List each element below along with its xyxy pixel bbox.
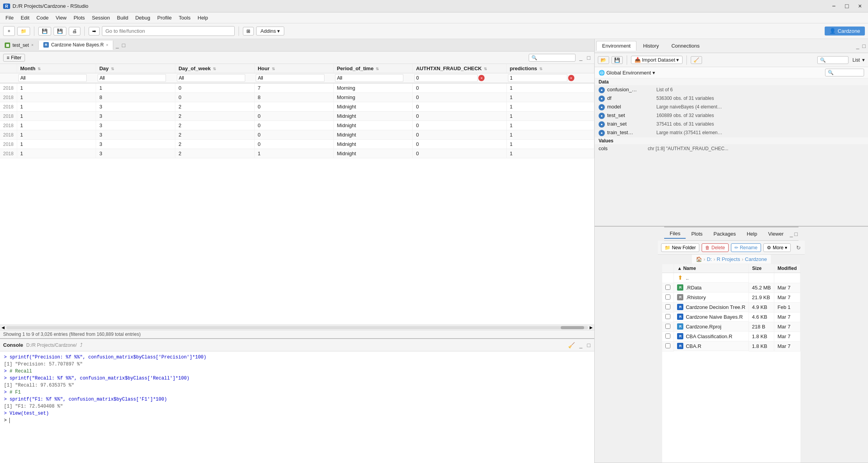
- maximize-left-btn[interactable]: □: [121, 41, 126, 49]
- menu-help[interactable]: Help: [194, 14, 211, 21]
- file-name-cell[interactable]: RCBA.R: [674, 341, 749, 351]
- breadcrumb-rprojects[interactable]: R Projects: [717, 256, 740, 262]
- file-name-cell[interactable]: RCardzone Naive Bayes.R: [674, 312, 749, 322]
- env-item-name[interactable]: train_set: [607, 121, 654, 127]
- delete-btn[interactable]: 🗑 Delete: [702, 243, 729, 252]
- close-btn[interactable]: ×: [855, 3, 865, 10]
- new-folder-btn[interactable]: 📁 New Folder: [661, 243, 699, 252]
- col-header-day[interactable]: Day ⇅: [96, 64, 175, 73]
- col-header-auth-fraud[interactable]: AUTHTXN_FRAUD_CHECK ⇅: [413, 64, 506, 73]
- minimize-left-btn[interactable]: _: [115, 41, 119, 49]
- col-header-day-of-week[interactable]: Day_of_week ⇅: [175, 64, 255, 73]
- scroll-left-btn[interactable]: ◀: [2, 325, 5, 330]
- file-checkbox[interactable]: [665, 294, 670, 300]
- tab-files[interactable]: Files: [664, 229, 686, 239]
- env-item-name[interactable]: train_test…: [607, 129, 654, 135]
- filter-auth-clear-btn[interactable]: ×: [478, 75, 485, 81]
- col-header-period[interactable]: Period_of_time ⇅: [333, 64, 413, 73]
- menu-file[interactable]: File: [2, 14, 17, 21]
- maximize-console-btn[interactable]: □: [586, 341, 591, 349]
- col-file-modified[interactable]: Modified: [774, 264, 800, 273]
- forward-btn[interactable]: ➡: [89, 27, 100, 35]
- maximize-table-btn[interactable]: □: [586, 54, 591, 62]
- global-env-label[interactable]: 🌐 Global Environment ▾: [599, 70, 655, 76]
- save-all-btn[interactable]: 💾: [53, 27, 66, 35]
- goto-input[interactable]: [102, 26, 235, 36]
- filter-hour-input[interactable]: [256, 74, 324, 82]
- menu-tools[interactable]: Tools: [176, 14, 194, 21]
- file-name-cell[interactable]: RCBA Classification.R: [674, 332, 749, 341]
- env-search-input[interactable]: [817, 56, 848, 64]
- minimize-console-btn[interactable]: _: [579, 341, 583, 349]
- menu-build[interactable]: Build: [114, 14, 132, 21]
- tab-test-set-close[interactable]: ×: [31, 43, 34, 47]
- filter-day-input[interactable]: [98, 74, 166, 82]
- col-header-hour[interactable]: Hour ⇅: [254, 64, 333, 73]
- col-file-name[interactable]: ▲ Name: [674, 264, 749, 273]
- file-checkbox[interactable]: [665, 314, 670, 319]
- env-item-name[interactable]: test_set: [607, 112, 654, 118]
- table-search-input[interactable]: [529, 54, 576, 62]
- col-header-month[interactable]: Month ⇅: [17, 64, 96, 73]
- console-body[interactable]: > sprintf("Precision: %f %%", confusion_…: [0, 351, 594, 463]
- file-checkbox[interactable]: [665, 304, 670, 309]
- tab-cardzone-naive[interactable]: R Cardzone Naive Bayes.R ×: [39, 41, 114, 50]
- tab-cardzone-naive-close[interactable]: ×: [106, 43, 109, 47]
- env-item-name[interactable]: confusion_…: [607, 87, 654, 92]
- col-header-predictions[interactable]: predictions ⇅: [506, 64, 594, 73]
- file-checkbox[interactable]: [665, 285, 670, 290]
- breadcrumb-d[interactable]: D:: [707, 256, 712, 262]
- menu-profile[interactable]: Profile: [154, 14, 175, 21]
- minimize-files-btn[interactable]: _: [789, 230, 794, 238]
- file-name-cell[interactable]: RCardzone Decision Tree.R: [674, 302, 749, 312]
- menu-edit[interactable]: Edit: [18, 14, 32, 21]
- new-file-btn[interactable]: ＋: [3, 26, 15, 36]
- filter-month-input[interactable]: [18, 74, 87, 82]
- menu-debug[interactable]: Debug: [132, 14, 153, 21]
- save-btn[interactable]: 💾: [38, 27, 51, 35]
- env-open-btn[interactable]: 📂: [598, 56, 609, 64]
- file-checkbox[interactable]: [665, 324, 670, 329]
- rename-btn[interactable]: ✏ Rename: [731, 243, 761, 252]
- maximize-btn[interactable]: □: [842, 3, 852, 10]
- menu-plots[interactable]: Plots: [70, 14, 88, 21]
- env-save-btn[interactable]: 💾: [611, 56, 623, 64]
- env-item-name[interactable]: df: [607, 95, 654, 101]
- menu-view[interactable]: View: [52, 14, 70, 21]
- maximize-env-btn[interactable]: □: [862, 42, 866, 50]
- minimize-env-btn[interactable]: _: [856, 42, 860, 50]
- addins-dropdown[interactable]: Addins ▾: [256, 27, 284, 35]
- print-btn[interactable]: 🖨: [69, 27, 80, 35]
- tab-test-set[interactable]: ▦ test_set ×: [0, 41, 39, 50]
- maximize-files-btn[interactable]: □: [794, 230, 798, 238]
- clear-console-btn[interactable]: 🧹: [567, 341, 576, 349]
- filter-predictions-input[interactable]: [508, 74, 567, 82]
- breadcrumb-cardzone[interactable]: Cardzone: [745, 256, 767, 262]
- file-name-cell[interactable]: R.RData: [674, 283, 749, 293]
- import-dataset-btn[interactable]: 📥 Import Dataset ▾: [631, 56, 683, 64]
- file-checkbox[interactable]: [665, 334, 670, 339]
- env-inline-search[interactable]: [825, 69, 864, 76]
- env-item-name[interactable]: model: [607, 104, 654, 110]
- filter-predictions-clear-btn[interactable]: ×: [568, 75, 574, 81]
- h-scrollbar[interactable]: [6, 326, 588, 329]
- grid-btn[interactable]: ⊞: [243, 27, 254, 35]
- tab-help[interactable]: Help: [741, 229, 763, 238]
- file-name-cell[interactable]: ⬆..: [674, 273, 749, 283]
- col-file-size[interactable]: Size: [749, 264, 774, 273]
- open-project-btn[interactable]: 📁: [17, 27, 30, 35]
- scroll-right-btn[interactable]: ▶: [590, 325, 593, 330]
- tab-connections[interactable]: Connections: [665, 41, 705, 51]
- tab-environment[interactable]: Environment: [596, 41, 636, 51]
- tab-viewer[interactable]: Viewer: [763, 229, 789, 238]
- tab-plots[interactable]: Plots: [686, 229, 708, 238]
- refresh-files-btn[interactable]: ↻: [795, 244, 802, 252]
- tab-packages[interactable]: Packages: [708, 229, 741, 238]
- file-name-cell[interactable]: R.Rhistory: [674, 293, 749, 302]
- menu-session[interactable]: Session: [89, 14, 113, 21]
- more-btn[interactable]: ⚙ More ▾: [763, 243, 791, 252]
- user-btn[interactable]: 👤 Cardzone: [825, 27, 865, 35]
- minimize-btn[interactable]: −: [829, 3, 839, 10]
- menu-code[interactable]: Code: [33, 14, 52, 21]
- clear-env-btn[interactable]: 🧹: [691, 56, 702, 64]
